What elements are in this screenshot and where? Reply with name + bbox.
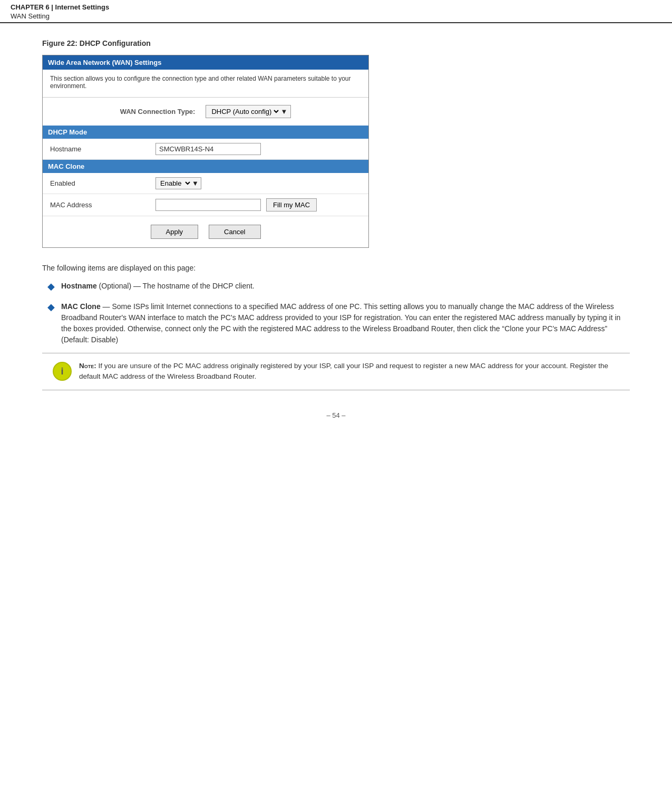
- chapter-title: Internet Settings: [55, 3, 110, 11]
- bullet-icon: ◆: [47, 300, 55, 314]
- item-text-1: Hostname (Optional) — The hostname of th…: [61, 281, 255, 292]
- enable-select-arrow-icon: ▼: [192, 179, 199, 187]
- figure-title: Figure 22: DHCP Configuration: [42, 39, 630, 47]
- cancel-button[interactable]: Cancel: [209, 225, 260, 239]
- enabled-select-wrapper[interactable]: Enable Disable ▼: [155, 177, 201, 189]
- mac-clone-header: MAC Clone: [43, 160, 368, 173]
- connection-type-select[interactable]: DHCP (Auto config): [209, 107, 280, 116]
- apply-button[interactable]: Apply: [151, 225, 199, 239]
- page-footer: – 54 –: [42, 411, 630, 430]
- page-header: CHAPTER 6 | Internet Settings WAN Settin…: [0, 0, 672, 23]
- enabled-row: Enabled Enable Disable ▼: [43, 173, 368, 194]
- wan-connection-row: WAN Connection Type: DHCP (Auto config) …: [43, 98, 368, 126]
- wan-desc-text: This section allows you to configure the…: [50, 75, 351, 90]
- hostname-input[interactable]: [155, 143, 261, 155]
- fill-mac-button[interactable]: Fill my MAC: [266, 198, 317, 211]
- mac-address-controls: Fill my MAC: [155, 198, 317, 211]
- note-icon: i: [53, 362, 72, 381]
- chapter-label: CHAPTER 6: [11, 3, 50, 11]
- wan-settings-box: Wide Area Network (WAN) Settings This se…: [42, 55, 369, 248]
- wan-box-description: This section allows you to configure the…: [43, 70, 368, 98]
- note-label: Note:: [79, 362, 96, 370]
- header-separator: |: [51, 3, 55, 11]
- dhcp-mode-header: DHCP Mode: [43, 126, 368, 139]
- bullet-icon: ◆: [47, 280, 55, 294]
- hostname-row: Hostname: [43, 139, 368, 160]
- section-title: WAN Setting: [11, 12, 661, 20]
- enabled-label: Enabled: [50, 179, 155, 187]
- page-number: – 54 –: [326, 411, 345, 419]
- page-content: Figure 22: DHCP Configuration Wide Area …: [0, 23, 672, 461]
- wan-box-header: Wide Area Network (WAN) Settings: [43, 55, 368, 70]
- note-icon-letter: i: [61, 366, 63, 377]
- mac-address-row: MAC Address Fill my MAC: [43, 194, 368, 216]
- note-body: If you are unsure of the PC MAC address …: [79, 362, 608, 380]
- select-arrow-icon: ▼: [280, 108, 287, 116]
- note-box: i Note: If you are unsure of the PC MAC …: [42, 353, 630, 390]
- mac-address-input[interactable]: [155, 199, 261, 211]
- intro-text: The following items are displayed on thi…: [42, 264, 630, 272]
- hostname-label: Hostname: [50, 145, 155, 153]
- action-row: Apply Cancel: [43, 216, 368, 247]
- enabled-select[interactable]: Enable Disable: [158, 179, 192, 188]
- list-item: ◆ MAC Clone — Some ISPs limit Internet c…: [47, 301, 630, 345]
- connection-type-label: WAN Connection Type:: [120, 108, 196, 116]
- connection-type-select-wrapper[interactable]: DHCP (Auto config) ▼: [206, 105, 291, 118]
- list-item: ◆ Hostname (Optional) — The hostname of …: [47, 281, 630, 294]
- mac-address-label: MAC Address: [50, 201, 155, 209]
- note-text: Note: If you are unsure of the PC MAC ad…: [79, 361, 619, 382]
- bullet-list: ◆ Hostname (Optional) — The hostname of …: [47, 281, 630, 345]
- item-text-2: MAC Clone — Some ISPs limit Internet con…: [61, 301, 630, 345]
